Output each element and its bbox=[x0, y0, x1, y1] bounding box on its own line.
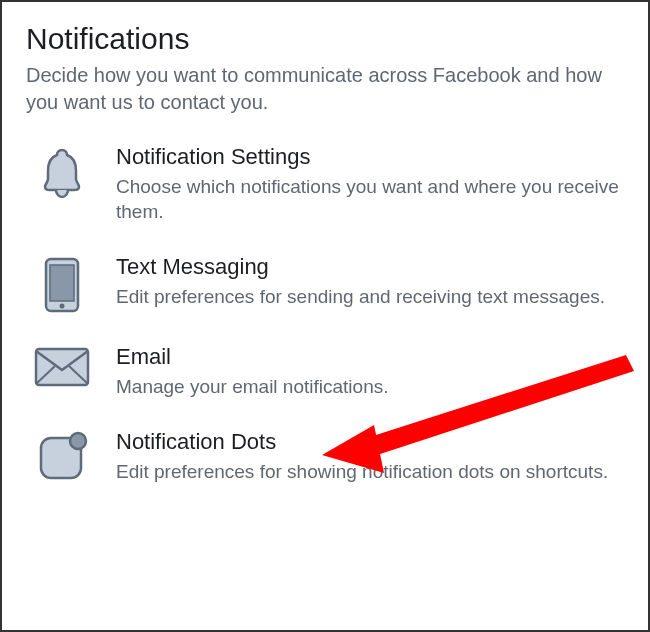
row-desc: Choose which notifications you want and … bbox=[116, 174, 624, 224]
svg-rect-3 bbox=[36, 349, 88, 385]
row-title: Email bbox=[116, 344, 624, 370]
row-notification-settings[interactable]: Notification Settings Choose which notif… bbox=[26, 144, 624, 224]
row-notification-dots[interactable]: Notification Dots Edit preferences for s… bbox=[26, 429, 624, 484]
page-title: Notifications bbox=[26, 22, 624, 56]
row-email[interactable]: Email Manage your email notifications. bbox=[26, 344, 624, 399]
svg-rect-1 bbox=[50, 265, 74, 301]
row-text-messaging[interactable]: Text Messaging Edit preferences for send… bbox=[26, 254, 624, 314]
row-desc: Edit preferences for sending and receivi… bbox=[116, 284, 624, 309]
app-dot-icon bbox=[26, 429, 98, 483]
row-title: Notification Settings bbox=[116, 144, 624, 170]
bell-icon bbox=[26, 144, 98, 200]
phone-icon bbox=[26, 254, 98, 314]
row-desc: Manage your email notifications. bbox=[116, 374, 624, 399]
row-title: Text Messaging bbox=[116, 254, 624, 280]
page-subtitle: Decide how you want to communicate acros… bbox=[26, 62, 624, 116]
envelope-icon bbox=[26, 344, 98, 388]
svg-point-5 bbox=[70, 433, 86, 449]
row-desc: Edit preferences for showing notificatio… bbox=[116, 459, 624, 484]
svg-point-2 bbox=[60, 304, 65, 309]
row-title: Notification Dots bbox=[116, 429, 624, 455]
